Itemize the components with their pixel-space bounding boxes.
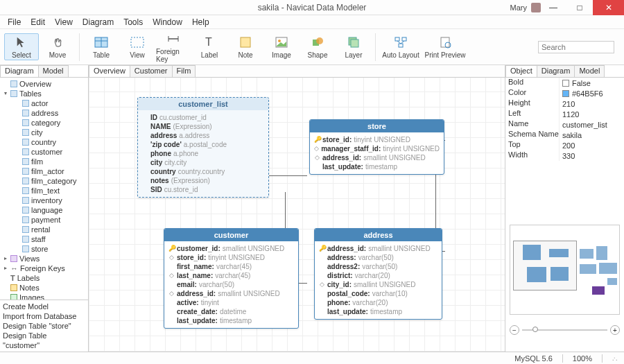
search-input[interactable] bbox=[538, 41, 614, 53]
tool-move[interactable]: Move bbox=[40, 33, 75, 60]
property-grid: Bold FalseColor #64B5F6Height210Left1120… bbox=[505, 78, 624, 161]
prop-row[interactable]: Namecustomer_list bbox=[505, 119, 624, 130]
prop-row[interactable]: Bold False bbox=[505, 78, 624, 88]
svg-point-10 bbox=[278, 40, 281, 42]
tab-model-r[interactable]: Model bbox=[574, 65, 605, 77]
table-icon bbox=[22, 226, 29, 233]
menu-edit[interactable]: Edit bbox=[26, 16, 50, 28]
prop-row[interactable]: Left1120 bbox=[505, 109, 624, 119]
canvas[interactable]: Overview Customer Film customer_list ID … bbox=[89, 65, 505, 352]
tree-table-film_text[interactable]: film_text bbox=[0, 186, 88, 196]
table-icon bbox=[22, 158, 29, 165]
tree-table-rental[interactable]: rental bbox=[0, 225, 88, 234]
menu-tools[interactable]: Tools bbox=[119, 16, 148, 28]
note-icon bbox=[238, 35, 253, 50]
maximize-button[interactable]: □ bbox=[566, 0, 593, 15]
tab-model[interactable]: Model bbox=[38, 65, 69, 77]
field: last_update: timestamp bbox=[319, 307, 437, 316]
tree-foreign-keys[interactable]: ▸↔Foreign Keys bbox=[0, 263, 88, 273]
prop-value: #64B5F6 bbox=[560, 88, 624, 98]
prop-value: 1120 bbox=[560, 109, 624, 119]
prop-row[interactable]: Color #64B5F6 bbox=[505, 88, 624, 98]
tool-note[interactable]: Note bbox=[228, 33, 263, 60]
view-icon bbox=[130, 35, 145, 50]
tree-table-film_actor[interactable]: film_actor bbox=[0, 166, 88, 176]
entity-address[interactable]: address 🔑address_id: smallint UNSIGNEDad… bbox=[314, 228, 442, 320]
tab-diagram[interactable]: Diagram bbox=[0, 65, 39, 77]
tree-table-country[interactable]: country bbox=[0, 137, 88, 147]
tree-views[interactable]: ▸Views bbox=[0, 254, 88, 263]
prop-row[interactable]: Width330 bbox=[505, 150, 624, 161]
toolbar: Select Move Table View Foreign Key TLabe… bbox=[0, 29, 624, 65]
close-button[interactable]: ✕ bbox=[593, 0, 624, 15]
views-icon bbox=[10, 255, 17, 262]
menu-window[interactable]: Window bbox=[148, 16, 187, 28]
table-icon bbox=[22, 119, 29, 126]
tree-table-category[interactable]: category bbox=[0, 118, 88, 128]
menu-file[interactable]: File bbox=[3, 16, 26, 28]
field: phone: varchar(20) bbox=[319, 298, 437, 307]
tree-table-city[interactable]: city bbox=[0, 128, 88, 137]
tool-layer[interactable]: Layer bbox=[336, 33, 371, 60]
menu-diagram[interactable]: Diagram bbox=[78, 16, 119, 28]
prop-key: Top bbox=[505, 140, 560, 150]
entity-customer-list[interactable]: customer_list ID cu.customer_idNAME (Exp… bbox=[137, 97, 269, 198]
tree-table-language[interactable]: language bbox=[0, 205, 88, 215]
field: postal_code: varchar(10) bbox=[319, 289, 437, 298]
table-icon bbox=[22, 187, 29, 194]
tree-table-inventory[interactable]: inventory bbox=[0, 196, 88, 205]
prop-key: Width bbox=[505, 150, 560, 161]
menu-help[interactable]: Help bbox=[187, 16, 214, 28]
ctx-design-store[interactable]: Design Table "store" bbox=[3, 321, 85, 331]
tree-table-store[interactable]: store bbox=[0, 244, 88, 254]
tree-notes[interactable]: Notes bbox=[0, 283, 88, 293]
canvas-tab-film[interactable]: Film bbox=[172, 65, 196, 77]
zoom-in-button[interactable]: + bbox=[610, 325, 620, 335]
entity-customer[interactable]: customer 🔑customer_id: smallint UNSIGNED… bbox=[164, 228, 299, 329]
canvas-grid: customer_list ID cu.customer_idNAME (Exp… bbox=[89, 78, 505, 352]
tool-shape[interactable]: Shape bbox=[300, 33, 335, 60]
tree-table-payment[interactable]: payment bbox=[0, 215, 88, 225]
tree-table-staff[interactable]: staff bbox=[0, 234, 88, 244]
tree-table-film_category[interactable]: film_category bbox=[0, 176, 88, 186]
minimap[interactable] bbox=[510, 225, 620, 315]
zoom-handle[interactable] bbox=[532, 327, 538, 332]
tool-auto-layout[interactable]: Auto Layout bbox=[380, 33, 422, 60]
prop-row[interactable]: Top200 bbox=[505, 140, 624, 150]
field: NAME (Expression) bbox=[142, 122, 264, 131]
tree-table-film[interactable]: film bbox=[0, 157, 88, 166]
tree-labels[interactable]: TLabels bbox=[0, 273, 88, 283]
tab-diagram-r[interactable]: Diagram bbox=[537, 65, 575, 77]
tree-table-actor[interactable]: actor bbox=[0, 98, 88, 108]
canvas-tab-overview[interactable]: Overview bbox=[89, 65, 130, 77]
zoom-track[interactable] bbox=[522, 329, 607, 331]
field: ◇address_id: smallint UNSIGNED bbox=[168, 289, 294, 298]
minimize-button[interactable]: — bbox=[540, 0, 566, 15]
tree-overview[interactable]: Overview bbox=[0, 79, 88, 89]
tool-image[interactable]: Image bbox=[264, 33, 299, 60]
ctx-import[interactable]: Import from Database bbox=[3, 311, 85, 321]
prop-row[interactable]: Schema Namesakila bbox=[505, 130, 624, 140]
tool-print-preview[interactable]: Print Preview bbox=[423, 33, 467, 60]
avatar[interactable] bbox=[531, 3, 541, 12]
entity-store[interactable]: store 🔑store_id: tinyint UNSIGNED◇manage… bbox=[309, 119, 444, 175]
tool-table[interactable]: Table bbox=[84, 33, 119, 60]
right-panel: Object Diagram Model Bold FalseColor #64… bbox=[505, 65, 624, 352]
svg-rect-8 bbox=[241, 37, 250, 47]
right-tabs: Object Diagram Model bbox=[505, 65, 624, 78]
tree-table-address[interactable]: address bbox=[0, 108, 88, 118]
tool-label[interactable]: TLabel bbox=[192, 33, 227, 60]
ctx-design-customer[interactable]: Design Table "customer" bbox=[3, 331, 85, 350]
tree-table-customer[interactable]: customer bbox=[0, 147, 88, 157]
tool-select[interactable]: Select bbox=[4, 33, 39, 60]
canvas-tab-customer[interactable]: Customer bbox=[130, 65, 173, 77]
ctx-create-model[interactable]: Create Model bbox=[3, 302, 85, 311]
tab-object[interactable]: Object bbox=[505, 65, 537, 77]
checkbox-icon bbox=[562, 80, 569, 87]
tool-view[interactable]: View bbox=[120, 33, 155, 60]
menu-view[interactable]: View bbox=[50, 16, 78, 28]
zoom-out-button[interactable]: − bbox=[510, 325, 519, 335]
tree-tables[interactable]: ▾Tables bbox=[0, 89, 88, 98]
tool-foreign-key[interactable]: Foreign Key bbox=[156, 30, 191, 64]
prop-row[interactable]: Height210 bbox=[505, 98, 624, 109]
